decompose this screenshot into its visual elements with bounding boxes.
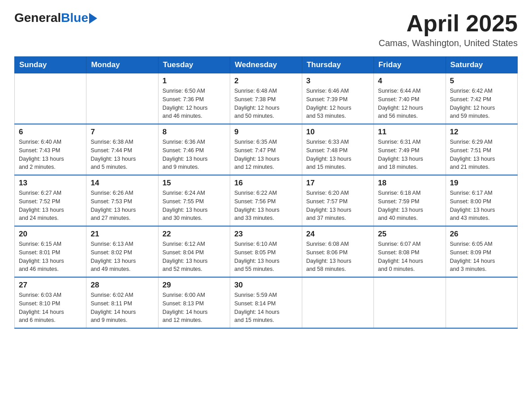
day-info: Sunrise: 6:33 AM Sunset: 7:48 PM Dayligh…: [306, 138, 369, 171]
calendar-cell: [15, 73, 86, 124]
day-number: 26: [450, 230, 513, 239]
day-info: Sunrise: 6:12 AM Sunset: 8:04 PM Dayligh…: [163, 240, 226, 274]
day-info: Sunrise: 6:36 AM Sunset: 7:46 PM Dayligh…: [163, 138, 226, 171]
page-header: General Blue April 2025 Camas, Washingto…: [14, 11, 518, 48]
day-number: 10: [306, 128, 369, 137]
day-number: 29: [163, 281, 226, 290]
calendar-cell: 17Sunrise: 6:20 AM Sunset: 7:57 PM Dayli…: [302, 175, 373, 226]
day-info: Sunrise: 6:40 AM Sunset: 7:43 PM Dayligh…: [19, 138, 82, 171]
day-of-week-saturday: Saturday: [446, 57, 517, 73]
title-block: April 2025 Camas, Washington, United Sta…: [378, 11, 518, 48]
day-info: Sunrise: 6:42 AM Sunset: 7:42 PM Dayligh…: [450, 87, 513, 120]
day-info: Sunrise: 6:17 AM Sunset: 8:00 PM Dayligh…: [450, 189, 513, 223]
day-number: 5: [450, 77, 513, 86]
day-number: 15: [163, 179, 226, 188]
logo: General Blue: [14, 11, 97, 25]
calendar-cell: 18Sunrise: 6:18 AM Sunset: 7:59 PM Dayli…: [374, 175, 446, 226]
day-number: 21: [90, 230, 154, 239]
calendar-cell: 26Sunrise: 6:05 AM Sunset: 8:09 PM Dayli…: [446, 226, 517, 277]
calendar-cell: 15Sunrise: 6:24 AM Sunset: 7:55 PM Dayli…: [158, 175, 230, 226]
day-info: Sunrise: 6:00 AM Sunset: 8:13 PM Dayligh…: [163, 291, 226, 325]
day-info: Sunrise: 6:02 AM Sunset: 8:11 PM Dayligh…: [90, 291, 154, 325]
calendar-cell: [86, 73, 158, 124]
calendar-cell: [302, 277, 373, 328]
day-number: 4: [378, 77, 441, 86]
calendar-week-4: 20Sunrise: 6:15 AM Sunset: 8:01 PM Dayli…: [15, 226, 518, 277]
day-number: 17: [306, 179, 369, 188]
calendar-cell: 20Sunrise: 6:15 AM Sunset: 8:01 PM Dayli…: [15, 226, 86, 277]
day-number: 23: [234, 230, 297, 239]
calendar-cell: [374, 277, 446, 328]
day-info: Sunrise: 6:38 AM Sunset: 7:44 PM Dayligh…: [90, 138, 154, 171]
day-number: 1: [163, 77, 226, 86]
page-subtitle: Camas, Washington, United States: [378, 38, 518, 48]
day-number: 13: [19, 179, 82, 188]
calendar-cell: 10Sunrise: 6:33 AM Sunset: 7:48 PM Dayli…: [302, 124, 373, 175]
day-info: Sunrise: 6:05 AM Sunset: 8:09 PM Dayligh…: [450, 240, 513, 274]
calendar-cell: 16Sunrise: 6:22 AM Sunset: 7:56 PM Dayli…: [230, 175, 302, 226]
day-number: 3: [306, 77, 369, 86]
calendar-cell: [446, 277, 517, 328]
calendar-cell: 25Sunrise: 6:07 AM Sunset: 8:08 PM Dayli…: [374, 226, 446, 277]
calendar-cell: 21Sunrise: 6:13 AM Sunset: 8:02 PM Dayli…: [86, 226, 158, 277]
calendar-cell: 4Sunrise: 6:44 AM Sunset: 7:40 PM Daylig…: [374, 73, 446, 124]
day-of-week-wednesday: Wednesday: [230, 57, 302, 73]
calendar-cell: 1Sunrise: 6:50 AM Sunset: 7:36 PM Daylig…: [158, 73, 230, 124]
calendar-header: SundayMondayTuesdayWednesdayThursdayFrid…: [15, 57, 518, 73]
calendar-cell: 2Sunrise: 6:48 AM Sunset: 7:38 PM Daylig…: [230, 73, 302, 124]
calendar-cell: 19Sunrise: 6:17 AM Sunset: 8:00 PM Dayli…: [446, 175, 517, 226]
day-number: 7: [90, 128, 154, 137]
day-of-week-sunday: Sunday: [15, 57, 86, 73]
day-info: Sunrise: 6:46 AM Sunset: 7:39 PM Dayligh…: [306, 87, 369, 120]
calendar-cell: 11Sunrise: 6:31 AM Sunset: 7:49 PM Dayli…: [374, 124, 446, 175]
day-number: 28: [90, 281, 154, 290]
day-info: Sunrise: 6:08 AM Sunset: 8:06 PM Dayligh…: [306, 240, 369, 274]
calendar-table: SundayMondayTuesdayWednesdayThursdayFrid…: [14, 56, 518, 329]
day-number: 2: [234, 77, 297, 86]
day-info: Sunrise: 6:44 AM Sunset: 7:40 PM Dayligh…: [378, 87, 441, 120]
logo-blue-text: Blue: [61, 11, 88, 25]
calendar-cell: 6Sunrise: 6:40 AM Sunset: 7:43 PM Daylig…: [15, 124, 86, 175]
day-info: Sunrise: 6:15 AM Sunset: 8:01 PM Dayligh…: [19, 240, 82, 274]
day-info: Sunrise: 6:29 AM Sunset: 7:51 PM Dayligh…: [450, 138, 513, 171]
calendar-cell: 23Sunrise: 6:10 AM Sunset: 8:05 PM Dayli…: [230, 226, 302, 277]
day-number: 14: [90, 179, 154, 188]
day-number: 30: [234, 281, 297, 290]
calendar-cell: 5Sunrise: 6:42 AM Sunset: 7:42 PM Daylig…: [446, 73, 517, 124]
day-number: 20: [19, 230, 82, 239]
day-info: Sunrise: 6:18 AM Sunset: 7:59 PM Dayligh…: [378, 189, 441, 223]
calendar-cell: 29Sunrise: 6:00 AM Sunset: 8:13 PM Dayli…: [158, 277, 230, 328]
day-info: Sunrise: 6:07 AM Sunset: 8:08 PM Dayligh…: [378, 240, 441, 274]
calendar-body: 1Sunrise: 6:50 AM Sunset: 7:36 PM Daylig…: [15, 73, 518, 329]
page-title: April 2025: [378, 11, 518, 36]
day-info: Sunrise: 6:24 AM Sunset: 7:55 PM Dayligh…: [163, 189, 226, 223]
calendar-cell: 24Sunrise: 6:08 AM Sunset: 8:06 PM Dayli…: [302, 226, 373, 277]
calendar-week-3: 13Sunrise: 6:27 AM Sunset: 7:52 PM Dayli…: [15, 175, 518, 226]
calendar-cell: 12Sunrise: 6:29 AM Sunset: 7:51 PM Dayli…: [446, 124, 517, 175]
calendar-cell: 3Sunrise: 6:46 AM Sunset: 7:39 PM Daylig…: [302, 73, 373, 124]
day-info: Sunrise: 6:31 AM Sunset: 7:49 PM Dayligh…: [378, 138, 441, 171]
calendar-cell: 30Sunrise: 5:59 AM Sunset: 8:14 PM Dayli…: [230, 277, 302, 328]
day-number: 16: [234, 179, 297, 188]
day-number: 22: [163, 230, 226, 239]
calendar-week-5: 27Sunrise: 6:03 AM Sunset: 8:10 PM Dayli…: [15, 277, 518, 328]
calendar-cell: 13Sunrise: 6:27 AM Sunset: 7:52 PM Dayli…: [15, 175, 86, 226]
logo-general-text: General: [14, 11, 61, 25]
calendar-cell: 8Sunrise: 6:36 AM Sunset: 7:46 PM Daylig…: [158, 124, 230, 175]
day-number: 27: [19, 281, 82, 290]
day-number: 19: [450, 179, 513, 188]
calendar-cell: 28Sunrise: 6:02 AM Sunset: 8:11 PM Dayli…: [86, 277, 158, 328]
day-of-week-thursday: Thursday: [302, 57, 373, 73]
calendar-cell: 27Sunrise: 6:03 AM Sunset: 8:10 PM Dayli…: [15, 277, 86, 328]
calendar-week-2: 6Sunrise: 6:40 AM Sunset: 7:43 PM Daylig…: [15, 124, 518, 175]
day-number: 11: [378, 128, 441, 137]
day-number: 6: [19, 128, 82, 137]
day-info: Sunrise: 6:26 AM Sunset: 7:53 PM Dayligh…: [90, 189, 154, 223]
day-number: 9: [234, 128, 297, 137]
calendar-cell: 9Sunrise: 6:35 AM Sunset: 7:47 PM Daylig…: [230, 124, 302, 175]
day-of-week-friday: Friday: [374, 57, 446, 73]
day-of-week-tuesday: Tuesday: [158, 57, 230, 73]
day-number: 18: [378, 179, 441, 188]
day-number: 24: [306, 230, 369, 239]
logo-triangle-icon: [89, 13, 97, 24]
